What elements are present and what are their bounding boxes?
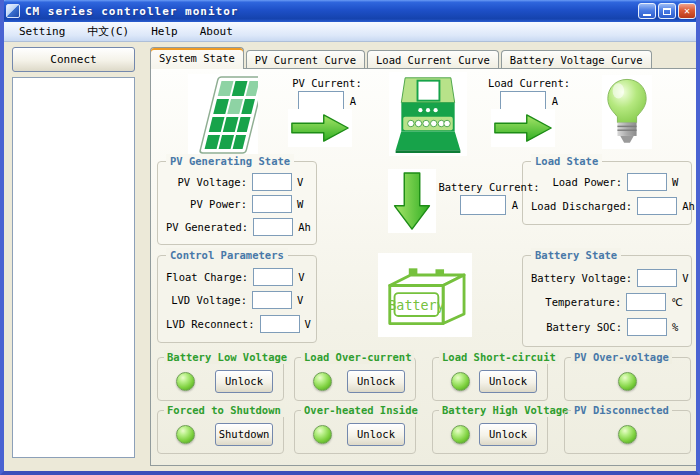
menu-language[interactable]: 中文(C) (76, 22, 140, 41)
field-row: Temperature: ℃ (531, 293, 683, 311)
battery-icon: Battery (378, 253, 472, 337)
pv-voltage-unit: V (292, 176, 308, 188)
load-current-input[interactable] (500, 91, 546, 111)
menu-help[interactable]: Help (140, 23, 189, 40)
alarm-title: PV Over-voltage (571, 350, 672, 364)
minimize-button[interactable] (638, 3, 656, 19)
device-list[interactable] (12, 77, 135, 458)
pv-generated-label: PV Generated: (166, 221, 253, 233)
battery-soc-unit: % (667, 321, 683, 333)
alarm-load-over-current: Load Over-current Unlock (294, 357, 416, 401)
status-led (618, 425, 637, 444)
shutdown-button[interactable]: Shutdown (215, 423, 273, 446)
alarm-battery-low-voltage: Battery Low Voltage Unlock (157, 357, 284, 401)
field-row: Load Power: W (531, 173, 683, 191)
pv-generated-unit: Ah (293, 221, 309, 233)
battery-voltage-label: Battery Voltage: (531, 272, 637, 284)
app-icon (6, 4, 20, 18)
load-discharged-unit: Ah (677, 200, 693, 212)
alarm-title: PV Disconnected (571, 403, 672, 417)
pv-power-unit: W (292, 198, 308, 210)
title-bar[interactable]: CM series controller monitor ✕ (0, 0, 700, 22)
alarm-title: Forced to Shutdown (164, 403, 284, 417)
battery-current-input[interactable] (460, 195, 506, 215)
battery-current-field: Battery Current: A (429, 181, 549, 215)
connect-button[interactable]: Connect (12, 47, 135, 72)
status-led (451, 372, 470, 391)
pv-current-unit: A (350, 95, 356, 107)
menu-about[interactable]: About (189, 23, 244, 40)
alarm-forced-to-shutdown: Forced to Shutdown Shutdown (157, 410, 284, 454)
alarm-title: Load Short-circuit (439, 350, 559, 364)
status-led (313, 372, 332, 391)
menu-bar: Setting 中文(C) Help About (0, 22, 700, 42)
battery-state-group: Battery State Battery Voltage: V Tempera… (522, 255, 692, 347)
battery-voltage-input[interactable] (637, 269, 677, 287)
field-row: LVD Voltage: V (166, 291, 308, 309)
alarm-pv-over-voltage: PV Over-voltage (564, 357, 691, 401)
load-power-unit: W (667, 176, 683, 188)
lvd-voltage-label: LVD Voltage: (166, 294, 252, 306)
battery-state-title: Battery State (531, 248, 621, 262)
load-state-title: Load State (531, 154, 602, 168)
lvd-voltage-input[interactable] (252, 291, 292, 309)
tab-load-current-curve[interactable]: Load Current Curve (367, 50, 499, 69)
battery-soc-label: Battery SOC: (531, 321, 627, 333)
status-led (176, 425, 195, 444)
float-charge-unit: V (293, 271, 309, 283)
battery-voltage-unit: V (677, 272, 693, 284)
unlock-button[interactable]: Unlock (347, 423, 405, 446)
temperature-unit: ℃ (666, 296, 683, 308)
unlock-button[interactable]: Unlock (479, 423, 537, 446)
tab-battery-voltage-curve[interactable]: Battery Voltage Curve (501, 50, 652, 69)
alarm-title: Battery High Voltage (439, 403, 571, 417)
controller-icon (389, 72, 467, 156)
load-current-field: Load Current: A (473, 77, 585, 111)
tab-pv-current-curve[interactable]: PV Current Curve (246, 50, 365, 69)
battery-soc-input[interactable] (627, 318, 667, 336)
solar-panel-icon (188, 74, 258, 156)
pv-current-field: PV Current: A (271, 77, 383, 111)
field-row: Load Discharged: Ah (531, 197, 683, 215)
lvd-reconnect-label: LVD Reconnect: (166, 318, 260, 330)
pv-generated-input[interactable] (253, 218, 293, 236)
temperature-label: Temperature: (531, 296, 626, 308)
close-icon: ✕ (684, 6, 690, 16)
float-charge-input[interactable] (253, 268, 293, 286)
unlock-button[interactable]: Unlock (347, 370, 405, 393)
menu-setting[interactable]: Setting (8, 23, 76, 40)
pv-power-input[interactable] (252, 195, 292, 213)
control-parameters-group: Control Parameters Float Charge: V LVD V… (157, 255, 317, 343)
tab-system-state[interactable]: System State (150, 47, 244, 69)
alarm-title: Over-heated Inside (301, 403, 421, 417)
pv-generating-state-title: PV Generating State (166, 154, 294, 168)
field-row: Battery Voltage: V (531, 269, 683, 287)
status-led (313, 425, 332, 444)
pv-voltage-input[interactable] (252, 173, 292, 191)
close-button[interactable]: ✕ (678, 3, 696, 19)
load-power-input[interactable] (627, 173, 667, 191)
arrow-right-load-icon (491, 109, 555, 147)
system-state-panel: PV Current: A (150, 68, 697, 466)
maximize-button[interactable] (658, 3, 676, 19)
status-led (176, 372, 195, 391)
lvd-reconnect-input[interactable] (260, 315, 300, 333)
unlock-button[interactable]: Unlock (479, 370, 537, 393)
alarm-pv-disconnected: PV Disconnected (564, 410, 691, 454)
field-row: Float Charge: V (166, 268, 308, 286)
minimize-icon (643, 14, 651, 16)
load-discharged-input[interactable] (637, 197, 677, 215)
status-led (618, 372, 637, 391)
light-bulb-icon (602, 75, 652, 149)
unlock-button[interactable]: Unlock (215, 370, 273, 393)
status-led (451, 425, 470, 444)
temperature-input[interactable] (626, 293, 666, 311)
field-row: PV Voltage: V (166, 173, 308, 191)
battery-current-label: Battery Current: (438, 181, 539, 193)
alarm-title: Battery Low Voltage (164, 350, 290, 364)
lvd-voltage-unit: V (292, 294, 308, 306)
pv-current-input[interactable] (298, 91, 344, 111)
app-window: CM series controller monitor ✕ Setting 中… (0, 0, 700, 475)
pv-voltage-label: PV Voltage: (166, 176, 252, 188)
field-row: LVD Reconnect: V (166, 315, 308, 333)
